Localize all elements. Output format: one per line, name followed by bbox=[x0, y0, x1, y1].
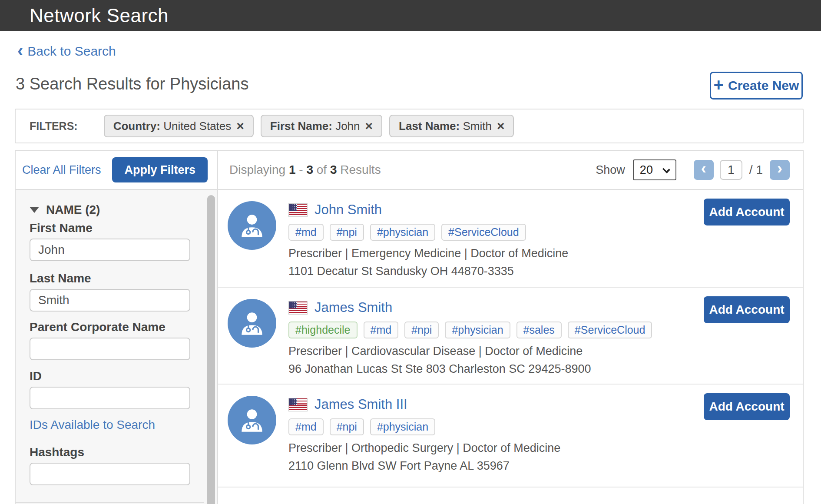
result-name-row: James Smith III bbox=[288, 396, 560, 413]
hashtag-chip[interactable]: #physician bbox=[370, 224, 435, 241]
result-address: 1101 Decatur St Sandusky OH 44870-3335 bbox=[288, 265, 568, 278]
clear-all-filters-link[interactable]: Clear All Filters bbox=[22, 163, 101, 177]
page-size-select[interactable]: 20 bbox=[633, 159, 676, 180]
hashtag-chip[interactable]: #highdecile bbox=[288, 322, 358, 338]
filter-chip-value: John bbox=[335, 119, 360, 133]
app-title: Network Search bbox=[30, 5, 169, 27]
back-to-search-link[interactable]: ‹ Back to Search bbox=[17, 44, 116, 59]
remove-filter-icon[interactable]: × bbox=[497, 119, 505, 133]
result-card: John Smith #md#npi#physician#ServiceClou… bbox=[218, 190, 803, 288]
us-flag-icon bbox=[288, 301, 308, 315]
pagination-next-button[interactable]: › bbox=[770, 160, 790, 180]
name-section-title: NAME (2) bbox=[46, 203, 100, 217]
results-toolbar: Clear All Filters Apply Filters Displayi… bbox=[16, 151, 803, 190]
result-card: James Smith #highdecile#md#npi#physician… bbox=[218, 288, 803, 385]
hashtag-chip[interactable]: #npi bbox=[330, 418, 364, 435]
parent-corporate-name-label: Parent Corporate Name bbox=[30, 320, 166, 334]
result-description: Prescriber | Emergency Medicine | Doctor… bbox=[288, 247, 568, 260]
results-panel: Clear All Filters Apply Filters Displayi… bbox=[15, 150, 804, 504]
hashtag-chip[interactable]: #sales bbox=[516, 322, 562, 338]
filters-label: FILTERS: bbox=[30, 120, 78, 133]
last-name-label: Last Name bbox=[30, 272, 91, 285]
colon: : bbox=[156, 119, 160, 133]
hashtag-chip[interactable]: #npi bbox=[404, 322, 439, 338]
filter-chip-first-name[interactable]: First Name: John × bbox=[261, 115, 382, 137]
result-address: 96 Jonathan Lucas St Ste 803 Charleston … bbox=[288, 362, 652, 376]
physician-avatar-icon bbox=[228, 396, 276, 444]
hashtag-chip[interactable]: #ServiceCloud bbox=[568, 322, 652, 338]
hashtag-chip[interactable]: #physician bbox=[445, 322, 510, 338]
displaying-summary: Displaying 1 - 3 of 3 Results bbox=[229, 163, 381, 177]
id-input[interactable] bbox=[30, 387, 190, 409]
filter-chip-name: First Name bbox=[270, 119, 328, 133]
first-name-label: First Name bbox=[30, 221, 93, 235]
filter-chip-name: Country bbox=[113, 119, 157, 133]
result-name-link[interactable]: James Smith bbox=[314, 300, 392, 315]
active-filters-bar: FILTERS: Country: United States × First … bbox=[15, 109, 804, 143]
result-name-link[interactable]: John Smith bbox=[314, 202, 382, 218]
result-name-row: James Smith bbox=[288, 299, 652, 316]
remove-filter-icon[interactable]: × bbox=[236, 119, 244, 133]
chevron-left-icon: ‹ bbox=[17, 44, 23, 57]
ids-available-link[interactable]: IDs Available to Search bbox=[30, 418, 155, 432]
filter-sidebar: NAME (2) First Name Last Name Parent Cor… bbox=[16, 190, 218, 504]
page-title: 3 Search Results for Physicians bbox=[16, 75, 248, 93]
hashtag-list: #md#npi#physician#ServiceCloud bbox=[288, 224, 568, 241]
pagination-prev-button[interactable]: ‹ bbox=[694, 160, 714, 180]
last-name-input[interactable] bbox=[30, 289, 190, 312]
result-card-body: James Smith III #md#npi#physician Prescr… bbox=[288, 396, 560, 487]
remove-filter-icon[interactable]: × bbox=[365, 119, 373, 133]
apply-filters-button[interactable]: Apply Filters bbox=[112, 157, 208, 182]
hashtags-label: Hashtags bbox=[30, 445, 84, 459]
colon: : bbox=[456, 119, 460, 133]
add-account-button[interactable]: Add Account bbox=[704, 296, 790, 323]
displaying-total: 3 bbox=[330, 163, 337, 176]
add-account-button[interactable]: Add Account bbox=[704, 393, 790, 420]
name-section-toggle[interactable]: NAME (2) bbox=[30, 203, 100, 217]
hashtag-chip[interactable]: #md bbox=[364, 322, 399, 338]
sidebar-scrollbar-thumb[interactable] bbox=[207, 195, 215, 504]
parent-corporate-name-input[interactable] bbox=[30, 338, 190, 360]
collapse-triangle-icon bbox=[30, 207, 39, 213]
filter-chip-value: Smith bbox=[463, 119, 491, 133]
page-number-input[interactable] bbox=[720, 160, 742, 180]
us-flag-icon bbox=[288, 203, 308, 217]
displaying-from: 1 bbox=[289, 163, 296, 176]
hashtag-chip[interactable]: #npi bbox=[330, 224, 364, 241]
result-card-body: James Smith #highdecile#md#npi#physician… bbox=[288, 299, 652, 384]
filter-chip-country[interactable]: Country: United States × bbox=[104, 115, 254, 137]
filter-chip-list: Country: United States × First Name: Joh… bbox=[104, 115, 514, 137]
displaying-dash: - bbox=[299, 163, 303, 176]
chevron-down-icon bbox=[662, 166, 670, 173]
displaying-word: Displaying bbox=[229, 163, 285, 176]
sidebar-section-divider bbox=[16, 502, 204, 503]
content-row: NAME (2) First Name Last Name Parent Cor… bbox=[16, 190, 803, 504]
results-controls: Displaying 1 - 3 of 3 Results Show 20 ‹ … bbox=[218, 151, 803, 189]
hashtag-chip[interactable]: #md bbox=[288, 224, 324, 241]
add-account-button[interactable]: Add Account bbox=[704, 199, 790, 225]
app-header-bar: Network Search bbox=[0, 0, 821, 31]
back-to-search-label: Back to Search bbox=[27, 44, 116, 59]
hashtag-list: #highdecile#md#npi#physician#sales#Servi… bbox=[288, 322, 652, 338]
hashtag-chip[interactable]: #ServiceCloud bbox=[441, 224, 526, 241]
hashtag-chip[interactable]: #md bbox=[288, 418, 324, 435]
create-new-label: Create New bbox=[728, 78, 799, 93]
result-name-row: John Smith bbox=[288, 201, 568, 219]
id-label: ID bbox=[30, 369, 42, 383]
result-name-link[interactable]: James Smith III bbox=[314, 397, 407, 412]
physician-avatar-icon bbox=[228, 299, 276, 348]
chevron-next-icon: › bbox=[777, 161, 782, 176]
show-label: Show bbox=[596, 163, 625, 177]
hashtag-chip[interactable]: #physician bbox=[370, 418, 435, 435]
filter-actions: Clear All Filters Apply Filters bbox=[16, 151, 218, 189]
us-flag-icon bbox=[288, 398, 308, 411]
filter-chip-last-name[interactable]: Last Name: Smith × bbox=[389, 115, 514, 137]
result-card: James Smith III #md#npi#physician Prescr… bbox=[218, 385, 803, 487]
first-name-input[interactable] bbox=[30, 239, 190, 261]
displaying-results-word: Results bbox=[340, 163, 381, 176]
results-list: John Smith #md#npi#physician#ServiceClou… bbox=[218, 190, 803, 504]
hashtags-input[interactable] bbox=[30, 463, 190, 485]
physician-avatar-icon bbox=[228, 201, 276, 250]
create-new-button[interactable]: + Create New bbox=[710, 72, 803, 99]
displaying-to: 3 bbox=[306, 163, 313, 176]
